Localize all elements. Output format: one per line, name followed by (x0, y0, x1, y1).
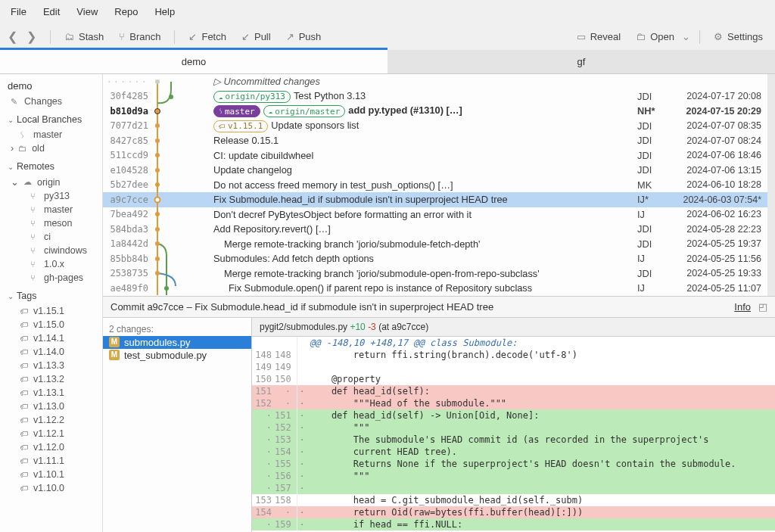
diff-body[interactable]: @@ -148,10 +148,17 @@ class Submodule:14… (252, 337, 775, 533)
commit-message: 🏷v1.15.1Update sponsors list (213, 120, 631, 132)
tag-v1.13.1[interactable]: 🏷v1.13.1 (8, 386, 95, 400)
reveal-icon: ▭ (577, 31, 586, 42)
tag-v1.15.0[interactable]: 🏷v1.15.0 (8, 318, 95, 331)
menu-help[interactable]: Help (154, 6, 175, 17)
tag-v1.13.0[interactable]: 🏷v1.13.0 (8, 400, 95, 413)
settings-button[interactable]: ⚙Settings (709, 28, 767, 45)
local-branch-master[interactable]: ᛊmaster (8, 128, 95, 142)
tab-demo[interactable]: demo (0, 48, 388, 73)
tag-v1.12.0[interactable]: 🏷v1.12.0 (8, 440, 95, 454)
commit-row[interactable]: 8427c85Release 0.15.1JDI2024-07-07 08:24 (103, 133, 767, 148)
uncommitted-row[interactable]: ······ ▷ Uncommitted changes (103, 74, 767, 89)
commit-row[interactable]: a9c7cceFix Submodule.head_id if submodul… (103, 192, 767, 207)
popout-icon[interactable]: ◰ (758, 301, 767, 313)
commit-row[interactable]: 511ccd9CI: update cibuildwheelJDI2024-07… (103, 148, 767, 163)
push-icon: ↗ (286, 31, 294, 42)
diff-view: pygit2/submodules.py +10 -3 (at a9c7cce)… (252, 318, 775, 533)
remotes-header[interactable]: ⌄Remotes (8, 161, 95, 172)
stash-button[interactable]: 🗂Stash (60, 28, 108, 45)
tab-gf[interactable]: gf (388, 50, 775, 73)
tag-v1.11.1[interactable]: 🏷v1.11.1 (8, 454, 95, 468)
fetch-icon: ↙ (188, 31, 197, 42)
diff-line: ·154· current HEAD tree). (252, 446, 775, 458)
diff-line: ·153· The submodule's HEAD commit id (as… (252, 434, 775, 446)
tag-icon: 🏷 (20, 470, 29, 479)
diff-line: 151·· def head_id(self): (252, 385, 775, 397)
remote-branch-ci[interactable]: ⑂ci (8, 230, 95, 244)
commit-date: 2024-06-10 18:28 (671, 179, 761, 190)
commit-row[interactable]: 1a8442dMerge remote-tracking branch 'jor… (103, 237, 767, 252)
tag-v1.14.1[interactable]: 🏷v1.14.1 (8, 331, 95, 345)
remote-branch-master[interactable]: ⑂master (8, 203, 95, 216)
tag-icon: 🏷 (20, 415, 29, 425)
local-folder-old[interactable]: ›🗀old (8, 142, 95, 155)
commit-date: 2024-06-02 16:23 (671, 209, 761, 219)
cloud-icon: ☁ (269, 107, 272, 115)
commit-row[interactable]: 5b27deeDo not access freed memory in tes… (103, 178, 767, 193)
commit-row[interactable]: 7bea492Don't decref PyBytesObject before… (103, 207, 767, 222)
remote-branch-10x[interactable]: ⑂1.0.x (8, 257, 95, 271)
nav-back-icon[interactable]: ❮ (8, 30, 17, 44)
file-item[interactable]: Msubmodules.py (103, 336, 251, 349)
tag-v1.12.2[interactable]: 🏷v1.12.2 (8, 413, 95, 427)
tag-icon: 🏷 (20, 456, 29, 465)
diff-line: ·152· """ (252, 422, 775, 434)
commit-hash: e104528 (106, 165, 148, 176)
branch-button[interactable]: ⑂Branch (114, 28, 165, 45)
open-button[interactable]: 🗀Open (631, 28, 679, 45)
menu-edit[interactable]: Edit (43, 6, 60, 17)
menu-repo[interactable]: Repo (114, 6, 138, 17)
tag-v1.10.1[interactable]: 🏷v1.10.1 (8, 468, 95, 481)
tag-icon: 🏷 (219, 123, 226, 130)
menu-file[interactable]: File (11, 6, 26, 17)
commit-row[interactable]: 7077d21🏷v1.15.1Update sponsors listJDI20… (103, 119, 767, 134)
tag-icon: 🏷 (20, 388, 29, 397)
remote-origin[interactable]: ⌄☁origin (8, 175, 95, 189)
tag-v1.10.0[interactable]: 🏷v1.10.0 (8, 481, 95, 495)
commit-row[interactable]: 30f4285☁origin/py313Test Python 3.13JDI2… (103, 89, 767, 104)
commit-row[interactable]: 584bda3Add Repository.revert() […]JDI202… (103, 222, 767, 237)
remote-branch-ciwindows[interactable]: ⑂ciwindows (8, 244, 95, 257)
remote-branch-meson[interactable]: ⑂meson (8, 216, 95, 230)
commit-row[interactable]: b810d9aᛊmaster☁origin/masteradd py.typed… (103, 104, 767, 119)
commit-message: Fix Submodule.open() if parent repo is i… (213, 282, 631, 294)
diff-line: 149149 (252, 361, 775, 373)
push-button[interactable]: ↗Push (282, 28, 326, 45)
pull-button[interactable]: ↙Pull (237, 28, 275, 45)
nav-forward-icon[interactable]: ❯ (26, 30, 36, 44)
commit-message: Merge remote-tracking branch 'jorio/subm… (213, 238, 631, 250)
remote-branch-ghpages[interactable]: ⑂gh-pages (8, 271, 95, 285)
sidebar-changes[interactable]: ✎Changes (8, 95, 95, 108)
info-link[interactable]: Info (734, 301, 751, 313)
diff-line: 150150 @property (252, 373, 775, 385)
tag-v1.12.1[interactable]: 🏷v1.12.1 (8, 427, 95, 440)
scrollbar[interactable] (769, 76, 773, 159)
commit-message: Submodules: Add fetch depth options (213, 253, 631, 264)
branch-icon: ⑂ (119, 31, 125, 42)
tag-v1.14.0[interactable]: 🏷v1.14.0 (8, 345, 95, 359)
diff-line: 153158 head = C.git_submodule_head_id(se… (252, 494, 775, 506)
commit-author: JDI (637, 150, 665, 161)
file-item[interactable]: Mtest_submodule.py (103, 349, 251, 362)
tag-v1.13.2[interactable]: 🏷v1.13.2 (8, 372, 95, 386)
commit-hash: 7bea492 (106, 209, 148, 219)
commit-row[interactable]: 2538735Merge remote-tracking branch 'jor… (103, 266, 767, 282)
tags-header[interactable]: ⌄Tags (8, 291, 95, 301)
fetch-button[interactable]: ↙Fetch (184, 28, 231, 45)
commit-hash: 1a8442d (106, 238, 148, 249)
local-branches-header[interactable]: ⌄Local Branches (8, 114, 95, 125)
folder-icon: 🗀 (636, 31, 646, 42)
reveal-button[interactable]: ▭Reveal (572, 28, 625, 45)
commit-row[interactable]: 85bb84bSubmodules: Add fetch depth optio… (103, 251, 767, 266)
branch-icon: ⑂ (30, 205, 39, 214)
tag-v1.15.1[interactable]: 🏷v1.15.1 (8, 304, 95, 318)
chevron-right-icon: › (11, 143, 14, 154)
open-chevron-icon[interactable]: ⌄ (682, 31, 690, 42)
commit-row[interactable]: e104528Update changelogJDI2024-07-06 13:… (103, 163, 767, 178)
gear-icon: ⚙ (714, 31, 723, 42)
menu-view[interactable]: View (76, 6, 98, 17)
commit-list: ······ ▷ Uncommitted changes 30f4285☁ori… (103, 74, 775, 296)
commit-row[interactable]: ae489f0Fix Submodule.open() if parent re… (103, 281, 767, 296)
tag-v1.13.3[interactable]: 🏷v1.13.3 (8, 359, 95, 372)
remote-branch-py313[interactable]: ⑂py313 (8, 189, 95, 203)
